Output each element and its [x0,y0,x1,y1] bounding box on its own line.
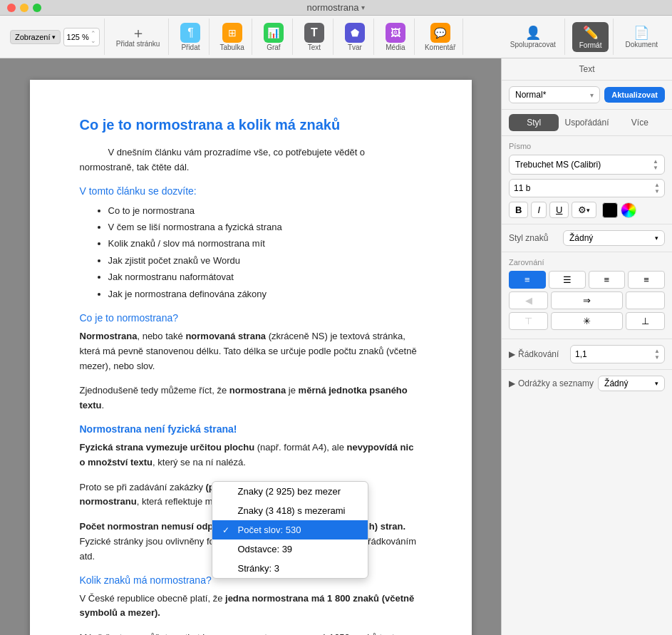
style-selector[interactable]: Normal* ▾ [509,86,600,103]
align-cols-button[interactable]: ⇒ [551,291,623,309]
title-bar: normostrana ▾ [0,0,672,16]
dropdown-item-odstavce[interactable]: Odstavce: 39 [212,540,368,559]
underline-button[interactable]: U [549,202,569,218]
spacing-label: ▶ Řádkování [509,349,566,359]
dropdown-item-znaky-s[interactable]: Znaky (3 418) s mezerami [212,501,368,520]
graf-button[interactable]: 📊 Graf [259,21,288,53]
indent-decrease-button[interactable]: ◀ [509,291,548,309]
valign-mid-button[interactable]: ✳ [551,312,623,330]
add-page-button[interactable]: ＋ Přidat stránku [112,24,165,49]
tab-styl[interactable]: Styl [509,114,559,131]
media-icon: 🖼 [386,23,405,43]
text-toolbar-label: Text [308,43,321,51]
doc-intro: V dnešním článku vám prozradíme vše, co … [80,145,422,175]
title-dropdown-arrow[interactable]: ▾ [361,4,365,11]
section4-para2: Méně často se můžete setkat i s ev... no… [80,631,422,635]
font-size-row: 11 b ▲▼ [509,179,665,197]
komentar-button[interactable]: 💬 Komentář [422,21,458,53]
bullets-arrow-icon: ▶ [509,378,515,388]
font-size-value: 11 b [514,183,530,193]
graf-icon: 📊 [264,23,284,43]
font-size-input[interactable]: 11 b ▲▼ [509,179,665,197]
komentar-group: 💬 Komentář [418,19,463,55]
text-toolbar-button[interactable]: T Text [300,21,329,53]
spacing-row: ▶ Řádkování 1,1 ▲▼ [509,345,665,363]
tab-row: Styl Uspořádání Více [502,110,672,136]
panel-header: Text [502,58,672,81]
style-name: Normal* [515,90,587,100]
bullets-row: ▶ Odrážky a seznamy Žádný ▾ [509,376,665,391]
doc-title: Co je to normostrana a kolik má znaků [80,115,422,134]
font-selector[interactable]: Trebuchet MS (Calibri) ▲▼ [509,155,665,175]
page: Co je to normostrana a kolik má znaků V … [30,80,472,635]
char-style-section: Styl znaků Žádný ▾ [502,224,672,252]
spacing-arrow-icon: ▶ [509,349,515,359]
tvar-button[interactable]: ⬟ Tvar [341,21,369,53]
format-row: B I U ⚙ ▾ [509,202,665,218]
dokument-button[interactable]: 📄 Dokument [621,24,662,50]
close-button[interactable] [7,4,16,12]
tab-vice[interactable]: Více [615,114,665,131]
tab-usporadani[interactable]: Uspořádání [562,114,611,131]
align-row-3: ⊤ ✳ ⊥ [509,312,665,330]
align-center-button[interactable]: ☰ [549,271,586,289]
media-label: Média [386,43,405,51]
italic-button[interactable]: I [531,202,547,218]
valign-top-button[interactable]: ⊤ [509,312,548,330]
section4-para1: V České republice obecně platí, že jedna… [80,592,422,621]
media-button[interactable]: 🖼 Média [381,21,410,53]
dropdown-item-stranky[interactable]: Stránky: 3 [212,559,368,578]
font-stepper[interactable]: ▲▼ [653,158,658,171]
tabulka-label: Tabulka [219,43,244,51]
dropdown-item-znaky-bez[interactable]: Znaky (2 925) bez mezer [212,482,368,501]
spacing-section: ▶ Řádkování 1,1 ▲▼ [502,339,672,370]
align-right-button[interactable]: ≡ [589,271,626,289]
graf-group: 📊 Graf [255,19,293,55]
view-arrow: ▾ [52,33,56,41]
spacing-stepper[interactable]: ▲▼ [654,348,660,361]
update-button[interactable]: Aktualizovat [604,87,665,103]
format-group: ✏️ Formát [568,19,614,55]
word-count-dropdown[interactable]: Znaky (2 925) bez mezer Znaky (3 418) s … [212,481,368,579]
window-controls[interactable] [7,4,41,12]
media-group: 🖼 Média [377,19,415,55]
document-area[interactable]: Co je to normostrana a kolik má znaků V … [0,58,501,635]
tvar-label: Tvar [348,43,362,51]
section1-title: V tomto článku se dozvíte: [80,185,422,197]
font-size-stepper[interactable]: ▲▼ [654,182,660,195]
spacing-value: 1,1 [575,349,587,359]
bold-button[interactable]: B [509,202,528,218]
bullets-arrow: ▾ [655,380,658,387]
format-button[interactable]: ✏️ Formát [572,22,609,52]
tabulka-button[interactable]: ⊞ Tabulka [217,21,247,53]
bullets-section: ▶ Odrážky a seznamy Žádný ▾ [502,370,672,397]
char-style-row: Styl znaků Žádný ▾ [509,230,665,246]
view-button[interactable]: Zobrazení ▾ [10,30,61,44]
valign-bot-button[interactable]: ⊥ [626,312,665,330]
add-page-label: Přidat stránku [116,40,160,48]
spacing-input[interactable]: 1,1 ▲▼ [570,345,665,363]
bullets-selector[interactable]: Žádný ▾ [598,376,665,391]
char-style-selector[interactable]: Žádný ▾ [563,230,665,246]
maximize-button[interactable] [33,4,41,12]
dokument-icon: 📄 [634,25,649,41]
align-row-2: ◀ ⇒ [509,291,665,309]
color-wheel-button[interactable] [621,202,636,218]
add-page-icon: ＋ [131,26,145,40]
zoom-control[interactable]: 125 % ⌃⌄ [63,28,100,46]
align-left-button[interactable]: ≡ [509,271,546,289]
font-label: Písmo [509,142,665,150]
spolupracovat-icon: 👤 [525,25,541,41]
minimize-button[interactable] [20,4,29,12]
graf-label: Graf [267,43,280,51]
align-justify-button[interactable]: ≡ [628,271,665,289]
dropdown-item-pocet-slov[interactable]: ✓ Počet slov: 530 [212,520,368,540]
spolupracovat-button[interactable]: 👤 Spolupracovat [506,24,560,50]
zoom-stepper[interactable]: ⌃⌄ [91,30,96,44]
color-swatch[interactable] [602,202,618,218]
list-item: Kolik znaků / slov má normostrana mít [108,235,422,252]
char-style-label: Styl znaků [509,233,559,243]
pridat-button[interactable]: ¶ Přidat [176,21,205,53]
gear-button[interactable]: ⚙ ▾ [572,202,596,218]
align-space-button[interactable] [626,291,665,309]
